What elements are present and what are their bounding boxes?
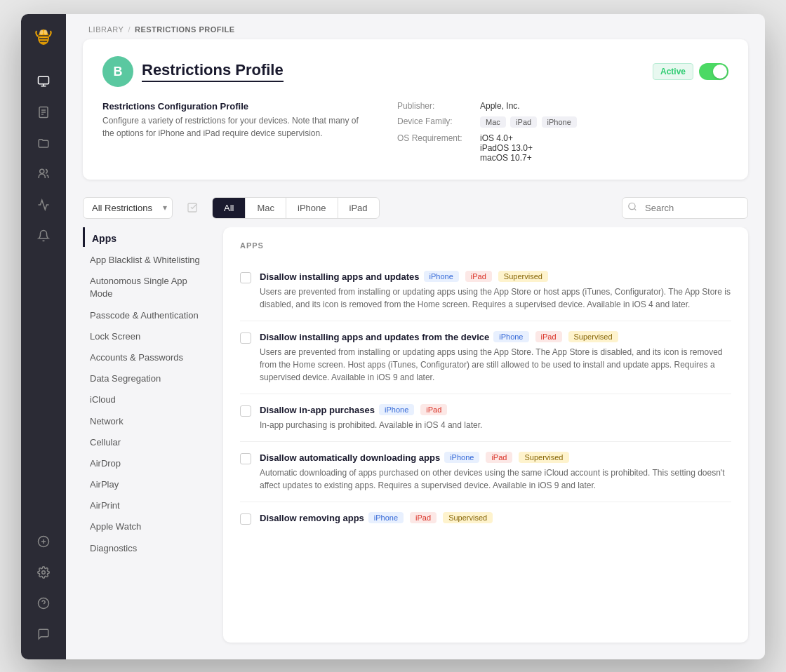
checkbox-item-2[interactable] [240,332,251,344]
breadcrumb-library[interactable]: LIBRARY [88,25,124,34]
search-icon [627,202,637,214]
sidebar-chat-icon[interactable] [29,620,58,648]
restrictions-dropdown[interactable]: All Restrictions [83,197,173,219]
restrictions-dropdown-wrapper: All Restrictions [83,197,173,219]
svg-point-20 [629,203,635,209]
restriction-content-5: Disallow removing apps iPhone iPad Super… [260,512,495,527]
profile-details: Publisher: Apple, Inc. Device Family: Ma… [397,101,608,163]
restriction-item-5: Disallow removing apps iPhone iPad Super… [240,502,731,537]
nav-item-airprint[interactable]: AirPrint [83,495,215,516]
tag-supervised-4: Supervised [519,452,568,463]
main-content: LIBRARY / RESTRICTIONS PROFILE B Restric… [66,14,765,659]
nav-item-passcode[interactable]: Passcode & Authentication [83,305,215,326]
profile-meta: Restrictions Configuration Profile Confi… [102,101,728,163]
svg-point-6 [44,30,48,35]
restriction-content-4: Disallow automatically downloading apps … [260,452,731,492]
restriction-title-row-3: Disallow in-app purchases iPhone iPad [260,404,482,415]
nav-item-diagnostics[interactable]: Diagnostics [83,538,215,559]
breadcrumb-current: RESTRICTIONS PROFILE [135,25,235,34]
tab-iphone[interactable]: iPhone [286,198,338,218]
profile-icon: B [102,56,133,87]
restriction-title-2: Disallow installing apps and updates fro… [260,332,489,342]
page-title: Restrictions Profile [142,61,284,82]
tag-ipad-3: iPad [420,404,447,415]
svg-point-12 [40,169,44,173]
restriction-title-4: Disallow automatically downloading apps [260,452,440,463]
tag-mac: Mac [480,116,506,128]
active-toggle[interactable] [699,63,728,80]
sidebar-analytics-icon[interactable] [29,191,58,219]
checkbox-item-4[interactable] [240,453,251,464]
nav-item-accounts[interactable]: Accounts & Passwords [83,347,215,368]
svg-point-5 [40,30,44,35]
nav-item-airdrop[interactable]: AirDrop [83,453,215,474]
checkbox-item-5[interactable] [240,513,251,525]
nav-item-autonomous[interactable]: Autonomous Single App Mode [83,271,215,304]
sidebar-users-icon[interactable] [29,160,58,188]
os-ios: iOS 4.0+ [480,133,533,143]
device-family-row: Device Family: Mac iPad iPhone [397,116,608,128]
breadcrumb-separator: / [128,25,131,34]
checkbox-item-1[interactable] [240,272,251,283]
filter-tabs: All Mac iPhone iPad [212,197,380,219]
device-family-label: Device Family: [397,116,474,126]
profile-title-group: B Restrictions Profile [102,56,284,87]
tag-supervised-1: Supervised [498,271,548,282]
publisher-label: Publisher: [397,101,474,111]
sidebar-folder-icon[interactable] [29,129,58,157]
checkbox-item-3[interactable] [240,405,251,417]
tab-mac[interactable]: Mac [246,198,286,218]
sidebar-add-icon[interactable] [29,527,58,556]
tag-iphone-3: iPhone [379,404,414,415]
nav-item-network[interactable]: Network [83,411,215,432]
search-wrapper [622,197,748,219]
restriction-content-2: Disallow installing apps and updates fro… [260,331,731,384]
nav-item-icloud[interactable]: iCloud [83,389,215,410]
restriction-content-1: Disallow installing apps and updates iPh… [260,271,731,311]
restriction-desc-3: In-app purchasing is prohibited. Availab… [260,419,482,431]
restriction-item-2: Disallow installing apps and updates fro… [240,321,731,394]
sidebar-desktop-icon[interactable] [29,67,58,95]
tag-ipad-2: iPad [535,331,562,342]
select-all-checkbox[interactable] [181,196,204,219]
nav-item-airplay[interactable]: AirPlay [83,474,215,495]
status-badge: Active [653,63,693,80]
sidebar-bell-icon[interactable] [29,222,58,250]
publisher-row: Publisher: Apple, Inc. [397,101,608,111]
restriction-title-1: Disallow installing apps and updates [260,271,420,282]
nav-item-cellular[interactable]: Cellular [83,432,215,453]
publisher-value: Apple, Inc. [480,101,520,111]
svg-point-16 [42,571,46,574]
nav-item-apple-watch[interactable]: Apple Watch [83,516,215,537]
profile-card: B Restrictions Profile Active Restrictio… [83,39,748,180]
sidebar-document-icon[interactable] [29,98,58,126]
left-nav: Apps App Blacklist & Whitelisting Autono… [83,227,223,643]
tab-all[interactable]: All [213,198,246,218]
right-panel: APPS Disallow installing apps and update… [223,227,748,643]
restriction-desc-2: Users are prevented from installing or u… [260,346,731,384]
nav-item-app-blacklist[interactable]: App Blacklist & Whitelisting [83,250,215,271]
tag-ipad-1: iPad [465,271,492,282]
nav-item-lock-screen[interactable]: Lock Screen [83,326,215,347]
restriction-title-5: Disallow removing apps [260,513,364,523]
os-values: iOS 4.0+ iPadOS 13.0+ macOS 10.7+ [480,133,533,163]
os-req-label: OS Requirement: [397,133,474,143]
profile-status-area: Active [653,63,728,80]
tag-iphone-1: iPhone [424,271,459,282]
svg-line-21 [634,208,637,210]
content-area: Apps App Blacklist & Whitelisting Autono… [66,227,765,659]
tag-iphone-5: iPhone [368,512,404,523]
sidebar-help-icon[interactable] [29,589,58,617]
nav-item-data-seg[interactable]: Data Segregation [83,368,215,389]
restriction-content-3: Disallow in-app purchases iPhone iPad In… [260,404,482,431]
tag-iphone: iPhone [542,116,577,128]
tag-ipad: iPad [510,116,537,128]
restriction-title-row-2: Disallow installing apps and updates fro… [260,331,731,342]
restriction-desc-4: Automatic downloading of apps purchased … [260,466,731,492]
tag-iphone-2: iPhone [493,331,528,342]
tab-ipad[interactable]: iPad [338,198,379,218]
restriction-item-4: Disallow automatically downloading apps … [240,442,731,502]
search-input[interactable] [622,197,748,219]
app-logo [32,25,55,51]
sidebar-gear-icon[interactable] [29,558,58,586]
